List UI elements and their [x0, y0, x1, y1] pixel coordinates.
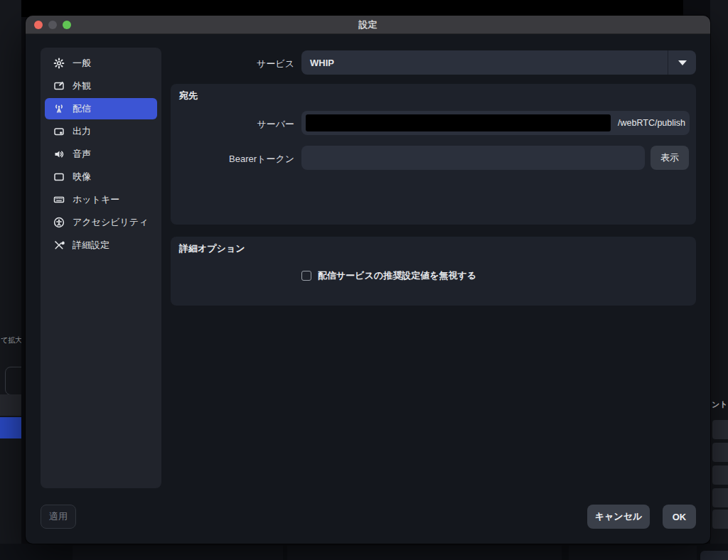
sidebar-item-label: 詳細設定 [73, 239, 109, 252]
sidebar-item-hotkeys[interactable]: ホットキー [45, 189, 157, 210]
tools-icon [53, 239, 65, 252]
background-dock-button [712, 488, 728, 507]
minimize-button [48, 21, 57, 29]
service-selected-value: WHIP [301, 58, 668, 68]
broadcast-icon [53, 103, 65, 115]
close-button[interactable] [34, 21, 43, 29]
accessibility-icon [53, 217, 65, 229]
background-panel [569, 546, 697, 560]
sidebar-item-appearance[interactable]: 外観 [45, 75, 157, 97]
background-corner-widget [700, 551, 728, 560]
output-icon [53, 126, 65, 138]
keyboard-icon [53, 194, 65, 206]
sidebar-item-label: 映像 [73, 171, 91, 183]
gear-icon [53, 58, 65, 70]
background-dock-button [712, 465, 728, 485]
settings-dialog: 設定 一般 外観 配信 出力 [26, 16, 710, 544]
bearer-token-label: Bearerトークン [229, 153, 294, 166]
speaker-icon [53, 149, 65, 161]
service-dropdown[interactable]: WHIP [301, 50, 696, 75]
sidebar-item-label: 出力 [73, 125, 91, 138]
dropdown-arrow-zone[interactable] [668, 50, 696, 75]
cancel-button[interactable]: キャンセル [587, 505, 650, 529]
sidebar-item-stream[interactable]: 配信 [45, 98, 157, 119]
background-dock-title-fragment: ントロ [712, 399, 728, 410]
background-dock-button [712, 420, 728, 439]
server-input[interactable]: /webRTC/publish [301, 111, 690, 135]
sidebar-item-video[interactable]: 映像 [45, 166, 157, 188]
sidebar-item-label: 音声 [73, 148, 91, 161]
background-panel [287, 546, 562, 560]
ignore-recommended-row[interactable]: 配信サービスの推奨設定値を無視する [301, 269, 476, 282]
advanced-options-section: 詳細オプション 配信サービスの推奨設定値を無視する [171, 237, 696, 306]
zoom-button[interactable] [63, 21, 71, 29]
sidebar-item-label: 外観 [73, 80, 91, 92]
server-url-suffix: /webRTC/publish [618, 111, 685, 135]
redaction-overlay [306, 114, 611, 131]
appearance-icon [53, 80, 65, 92]
monitor-icon [53, 171, 65, 183]
chevron-down-icon [678, 60, 687, 65]
sidebar-item-advanced[interactable]: 詳細設定 [45, 235, 157, 256]
ok-button[interactable]: OK [663, 505, 696, 529]
background-dock-button [712, 510, 728, 529]
background-left-panel: て拡大縮 [0, 0, 21, 560]
show-token-button[interactable]: 表示 [651, 146, 689, 170]
sidebar-item-accessibility[interactable]: アクセシビリティ [45, 212, 157, 233]
sidebar-item-label: 配信 [73, 102, 91, 115]
background-selected-row [0, 417, 21, 438]
background-panel [73, 546, 283, 560]
traffic-lights [34, 21, 71, 29]
server-label: サーバー [257, 118, 294, 131]
dialog-titlebar[interactable]: 設定 [26, 16, 710, 34]
background-list-row [0, 394, 21, 416]
background-controls-dock: ントロ [710, 0, 728, 560]
background-bottom-panels [0, 544, 728, 560]
sidebar-item-label: 一般 [73, 57, 91, 70]
apply-button[interactable]: 適用 [41, 505, 76, 529]
destination-section-title: 宛先 [179, 90, 198, 102]
background-dock-button [712, 443, 728, 462]
ignore-recommended-checkbox[interactable] [301, 271, 311, 281]
background-button-fragment [5, 367, 21, 395]
dialog-title: 設定 [359, 18, 378, 31]
sidebar-item-label: ホットキー [73, 193, 119, 206]
service-label: サービス [257, 58, 294, 70]
bearer-token-input[interactable] [301, 146, 645, 170]
ignore-recommended-label: 配信サービスの推奨設定値を無視する [318, 269, 476, 282]
sidebar-item-general[interactable]: 一般 [45, 53, 157, 74]
settings-sidebar: 一般 外観 配信 出力 音声 [41, 48, 161, 488]
sidebar-item-audio[interactable]: 音声 [45, 144, 157, 165]
background-hint-text-fragment: て拡大縮 [1, 335, 21, 345]
advanced-options-title: 詳細オプション [179, 242, 245, 255]
sidebar-item-label: アクセシビリティ [73, 216, 148, 229]
background-canvas [18, 0, 683, 17]
destination-section: 宛先 サーバー /webRTC/publish Bearerトークン 表示 [171, 84, 696, 225]
sidebar-item-output[interactable]: 出力 [45, 121, 157, 142]
